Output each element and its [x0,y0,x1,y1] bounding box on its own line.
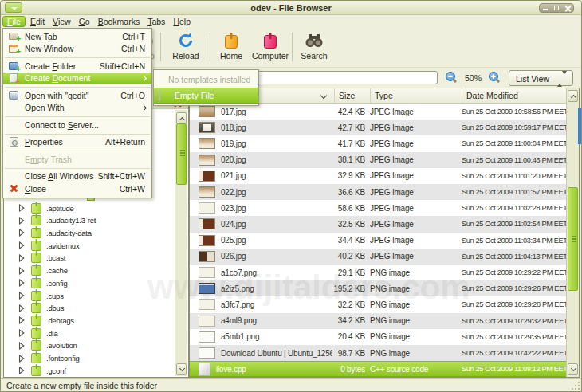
file-row-022-jpg[interactable]: 022.jpg36.6 KBJPEG ImageSun 25 Oct 2009 … [190,184,566,200]
minimize-icon [543,9,548,10]
file-row-024-jpg[interactable]: 024.jpg32.5 KBJPEG ImageSun 25 Oct 2009 … [190,216,566,232]
file-row-021-jpg[interactable]: 021.jpg32.9 KBJPEG ImageSun 25 Oct 2009 … [190,168,566,184]
menubar-item-view[interactable]: View [49,16,74,27]
tree-item-cache[interactable]: .cache [4,265,68,277]
file-row-ilove-cpp[interactable]: ilove.cpp0 bytesC++ source codeSun 25 Oc… [190,361,566,377]
resize-grip[interactable] [572,382,580,390]
file-row-a2iz5-png[interactable]: a2iz5.png195.2 KBPNG imageSun 25 Oct 200… [190,280,566,296]
column-header-date[interactable]: Date Modified [462,88,568,103]
file-size: 42.7 KB [332,120,365,135]
menubar-item-tabs[interactable]: Tabs [144,16,168,27]
tree-item-evolution[interactable]: .evolution [4,339,77,352]
file-row-020-jpg[interactable]: 020.jpg38.1 KBJPEG ImageSun 25 Oct 2009 … [190,152,566,168]
file-row-a5mb1-png[interactable]: a5mb1.png20.4 KBPNG imageSun 25 Oct 2009… [190,329,566,345]
tree-item-dbus[interactable]: .dbus [4,302,64,315]
close-button[interactable] [562,4,573,12]
spinner-icon [557,74,567,84]
menubar-item-edit[interactable]: Edit [27,16,48,27]
expander-triangle-icon[interactable] [18,204,25,212]
column-header-size[interactable]: Size [334,88,370,103]
menubar-item-go[interactable]: Go [76,16,93,27]
scroll-up-button[interactable] [176,112,187,124]
menu-item-open-with[interactable]: Open With [3,102,151,115]
sidebar-scrollbar[interactable] [175,110,187,376]
menu-item-create-document[interactable]: Create Document [3,73,151,85]
file-row-a4ml9-png[interactable]: a4ml9.png34.2 KBPNG imageSun 25 Oct 2009… [190,313,566,329]
list-scrollbar[interactable] [566,88,579,377]
scroll-down-button[interactable] [176,363,187,375]
file-row-a3fc7-png[interactable]: a3fc7.png32.2 KBPNG imageSun 25 Oct 2009… [190,296,566,312]
file-row-a1co7-png[interactable]: a1co7.png29.1 KBPNG imageSun 25 Oct 2009… [190,265,566,280]
menu-item-connect-to-server-[interactable]: Connect to Server... [3,119,151,131]
zoom-in-button[interactable] [489,72,501,84]
menu-shortcut: Ctrl+W [120,184,145,194]
maximize-button[interactable] [551,4,562,12]
menu-item-new-window[interactable]: New WindowCtrl+N [3,43,151,56]
new-tab-icon [9,33,18,40]
expander-triangle-icon[interactable] [18,316,25,324]
scrollbar-thumb[interactable] [176,123,187,185]
home-button[interactable]: Home [212,31,250,66]
tree-item-gconf[interactable]: .gconf [4,364,66,377]
file-row-026-jpg[interactable]: 026.jpg40.2 KBJPEG ImageSun 25 Oct 2009 … [190,249,566,265]
zoom-out-button[interactable] [446,72,458,84]
menubar-item-bookmarks[interactable]: Bookmarks [95,16,144,27]
menubar-item-help[interactable]: Help [170,16,194,27]
expander-triangle-icon[interactable] [18,355,25,363]
tree-item-audacity1.3-ret[interactable]: .audacity1.3-ret [4,214,96,227]
file-row-023-jpg[interactable]: 023.jpg58.6 KBJPEG ImageSun 25 Oct 2009 … [190,200,566,216]
titlebar[interactable]: odev - File Browser [1,1,581,15]
tree-item-avidemux[interactable]: .avidemux [4,239,80,252]
tree-item-audacity-data[interactable]: .audacity-data [4,226,92,239]
tree-item-bcast[interactable]: .bcast [4,252,65,265]
menu-item-new-tab[interactable]: New TabCtrl+T [3,30,151,43]
file-row-019-jpg[interactable]: 019.jpg41.7 KBJPEG ImageSun 25 Oct 2009 … [190,135,566,151]
menu-item-close-all-windows[interactable]: Close All WindowsShift+Ctrl+W [3,171,151,183]
file-row-025-jpg[interactable]: 025.jpg34.4 KBJPEG ImageSun 25 Oct 2009 … [190,233,566,249]
scrollbar-thumb[interactable] [568,187,578,291]
scroll-up-button[interactable] [568,90,578,102]
tree-item-aptitude[interactable]: .aptitude [4,202,74,214]
expander-triangle-icon[interactable] [18,292,25,300]
expander-triangle-icon[interactable] [18,279,25,287]
file-row-018-jpg[interactable]: 018.jpg42.7 KBJPEG ImageSun 25 Oct 2009 … [190,120,566,135]
menu-shortcut: Ctrl+O [120,91,145,100]
expander-triangle-icon[interactable] [18,267,25,275]
menubar-item-file[interactable]: File [2,16,26,27]
search-button[interactable]: Search [294,31,334,66]
submenu-item-no-templates-installed[interactable]: No templates installed [154,72,258,88]
view-mode-select[interactable]: List View [509,70,573,86]
menu-item-open-with-gedit-[interactable]: Open with "gedit"Ctrl+O [3,89,151,102]
expander-triangle-icon[interactable] [18,329,25,337]
expander-triangle-icon[interactable] [18,229,25,237]
tree-item-dia[interactable]: .dia [4,327,58,339]
desktop-strip [578,108,581,144]
submenu-item-empty-file[interactable]: Empty File [154,88,258,104]
tree-item-config[interactable]: .config [4,276,68,289]
expander-triangle-icon[interactable] [18,304,25,312]
file-row-download-ubuntu-ubuntu-12565-[interactable]: Download Ubuntu | Ubuntu_12565...98.7 KB… [190,345,566,361]
reload-button[interactable]: Reload [164,31,207,66]
expander-triangle-icon[interactable] [18,367,25,374]
scroll-down-button[interactable] [568,363,578,375]
file-size: 41.7 KB [332,135,365,151]
expander-triangle-icon[interactable] [18,342,25,350]
file-name: 025.jpg [221,236,246,245]
tree-item-cups[interactable]: .cups [4,289,64,302]
file-row-017-jpg[interactable]: 017.jpg42.4 KBJPEG ImageSun 25 Oct 2009 … [190,104,566,120]
tree-item-debtags[interactable]: .debtags [4,314,74,327]
column-header-type[interactable]: Type [370,88,462,103]
file-thumbnail-icon [199,331,215,343]
menu-item-empty-trash[interactable]: Empty Trash [3,153,151,166]
menu-item-close[interactable]: CloseCtrl+W [3,182,151,195]
tree-item-fontconfig[interactable]: .fontconfig [4,352,80,365]
menu-item-create-folder[interactable]: Create FolderShift+Ctrl+N [3,60,151,73]
expander-triangle-icon[interactable] [18,254,25,262]
expander-triangle-icon[interactable] [18,241,25,249]
file-type: PNG image [370,265,459,280]
expander-triangle-icon[interactable] [18,217,25,225]
minimize-button[interactable] [540,4,551,12]
computer-button[interactable]: Computer [250,31,291,66]
file-type: JPEG Image [370,249,459,265]
menu-item-properties[interactable]: PropertiesAlt+Return [3,136,151,149]
